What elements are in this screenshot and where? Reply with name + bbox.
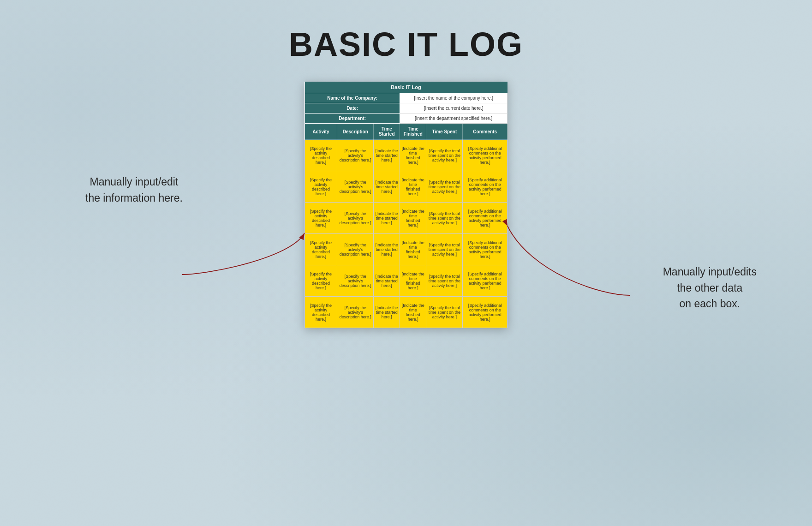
cell-time_finished[interactable]: [Indicate the time finished here.]	[400, 297, 426, 328]
cell-description[interactable]: [Specify the activity's description here…	[337, 171, 374, 203]
cell-comments[interactable]: [Specify additional comments on the acti…	[463, 140, 508, 171]
cell-comments[interactable]: [Specify additional comments on the acti…	[463, 203, 508, 234]
annotation-left: Manually input/edit the information here…	[85, 174, 183, 206]
cell-activity[interactable]: [Specify the activity described here.]	[305, 265, 337, 297]
cell-comments[interactable]: [Specify additional comments on the acti…	[463, 297, 508, 328]
date-row: Date: [Insert the current date here.]	[305, 103, 508, 114]
cell-time_spent[interactable]: [Specify the total time spent on the act…	[426, 297, 463, 328]
annotation-right: Manually input/edits the other data on e…	[663, 264, 757, 312]
department-row: Department: [Insert the department speci…	[305, 114, 508, 124]
cell-time_spent[interactable]: [Specify the total time spent on the act…	[426, 234, 463, 265]
table-row[interactable]: [Specify the activity described here.][S…	[305, 234, 508, 265]
table-row[interactable]: [Specify the activity described here.][S…	[305, 171, 508, 203]
department-label: Department:	[305, 114, 400, 124]
cell-time_started[interactable]: [Indicate the time started here.]	[374, 171, 400, 203]
cell-description[interactable]: [Specify the activity's description here…	[337, 297, 374, 328]
department-value[interactable]: [Insert the department specified here.]	[400, 114, 508, 124]
table-row[interactable]: [Specify the activity described here.][S…	[305, 265, 508, 297]
cell-time_finished[interactable]: [Indicate the time finished here.]	[400, 265, 426, 297]
cell-time_spent[interactable]: [Specify the total time spent on the act…	[426, 140, 463, 171]
cell-time_started[interactable]: [Indicate the time started here.]	[374, 297, 400, 328]
cell-description[interactable]: [Specify the activity's description here…	[337, 203, 374, 234]
it-log-table: Basic IT Log Name of the Company: [Inser…	[304, 82, 508, 328]
table-row[interactable]: [Specify the activity described here.][S…	[305, 297, 508, 328]
col-header-comments: Comments	[463, 124, 508, 140]
document-wrapper: Basic IT Log Name of the Company: [Inser…	[304, 82, 508, 328]
cell-comments[interactable]: [Specify additional comments on the acti…	[463, 234, 508, 265]
page-title: BASIC IT LOG	[0, 0, 812, 63]
company-label: Name of the Company:	[305, 93, 400, 103]
column-header-row: Activity Description Time Started Time F…	[305, 124, 508, 140]
cell-time_started[interactable]: [Indicate the time started here.]	[374, 265, 400, 297]
col-header-time-spent: Time Spent	[426, 124, 463, 140]
table-row[interactable]: [Specify the activity described here.][S…	[305, 140, 508, 171]
company-row: Name of the Company: [Insert the name of…	[305, 93, 508, 103]
table-title-row: Basic IT Log	[305, 82, 508, 93]
company-value[interactable]: [Insert the name of the company here.]	[400, 93, 508, 103]
col-header-description: Description	[337, 124, 374, 140]
cell-description[interactable]: [Specify the activity's description here…	[337, 140, 374, 171]
cell-time_finished[interactable]: [Indicate the time finished here.]	[400, 203, 426, 234]
cell-comments[interactable]: [Specify additional comments on the acti…	[463, 171, 508, 203]
table-row[interactable]: [Specify the activity described here.][S…	[305, 203, 508, 234]
cell-time_started[interactable]: [Indicate the time started here.]	[374, 234, 400, 265]
col-header-activity: Activity	[305, 124, 337, 140]
cell-description[interactable]: [Specify the activity's description here…	[337, 265, 374, 297]
cell-time_finished[interactable]: [Indicate the time finished here.]	[400, 171, 426, 203]
cell-activity[interactable]: [Specify the activity described here.]	[305, 203, 337, 234]
cell-description[interactable]: [Specify the activity's description here…	[337, 234, 374, 265]
cell-time_finished[interactable]: [Indicate the time finished here.]	[400, 140, 426, 171]
cell-activity[interactable]: [Specify the activity described here.]	[305, 297, 337, 328]
date-label: Date:	[305, 103, 400, 114]
cell-time_finished[interactable]: [Indicate the time finished here.]	[400, 234, 426, 265]
col-header-time-started: Time Started	[374, 124, 400, 140]
cell-time_spent[interactable]: [Specify the total time spent on the act…	[426, 203, 463, 234]
date-value[interactable]: [Insert the current date here.]	[400, 103, 508, 114]
cell-time_started[interactable]: [Indicate the time started here.]	[374, 203, 400, 234]
cell-comments[interactable]: [Specify additional comments on the acti…	[463, 265, 508, 297]
cell-activity[interactable]: [Specify the activity described here.]	[305, 140, 337, 171]
cell-activity[interactable]: [Specify the activity described here.]	[305, 171, 337, 203]
cell-time_spent[interactable]: [Specify the total time spent on the act…	[426, 171, 463, 203]
cell-activity[interactable]: [Specify the activity described here.]	[305, 234, 337, 265]
cell-time_started[interactable]: [Indicate the time started here.]	[374, 140, 400, 171]
main-content: Manually input/edit the information here…	[0, 82, 812, 328]
col-header-time-finished: Time Finished	[400, 124, 426, 140]
cell-time_spent[interactable]: [Specify the total time spent on the act…	[426, 265, 463, 297]
table-title: Basic IT Log	[305, 82, 508, 93]
